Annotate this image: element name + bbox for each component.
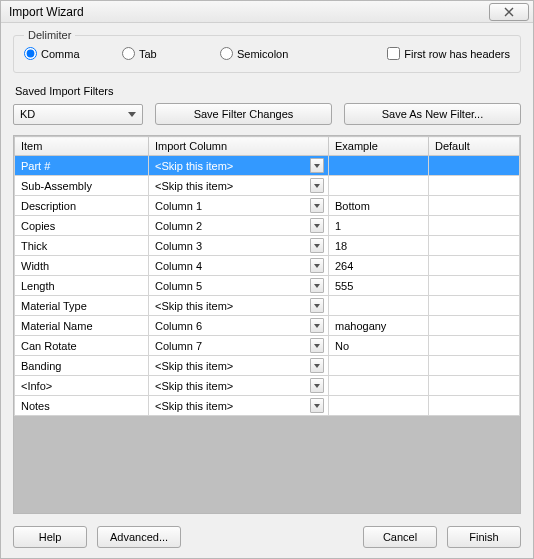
cell-default[interactable] — [429, 316, 520, 336]
cell-import-column[interactable]: <Skip this item> — [149, 296, 329, 316]
import-column-dropdown-button[interactable] — [310, 318, 324, 333]
table-row[interactable]: LengthColumn 5555 — [15, 276, 520, 296]
cell-example[interactable] — [329, 296, 429, 316]
checkbox-first-row-headers[interactable]: First row has headers — [387, 47, 510, 60]
cell-example[interactable]: No — [329, 336, 429, 356]
saved-filter-combo[interactable]: KD — [13, 104, 143, 125]
checkbox-first-row-headers-input[interactable] — [387, 47, 400, 60]
import-column-dropdown-button[interactable] — [310, 278, 324, 293]
cell-item[interactable]: Sub-Assembly — [15, 176, 149, 196]
col-header-item[interactable]: Item — [15, 137, 149, 156]
cell-default[interactable] — [429, 236, 520, 256]
table-row[interactable]: Material Type<Skip this item> — [15, 296, 520, 316]
cell-import-column[interactable]: <Skip this item> — [149, 176, 329, 196]
cell-default[interactable] — [429, 336, 520, 356]
cell-item[interactable]: <Info> — [15, 376, 149, 396]
cell-example[interactable] — [329, 356, 429, 376]
cell-default[interactable] — [429, 296, 520, 316]
finish-button[interactable]: Finish — [447, 526, 521, 548]
cell-import-column[interactable]: Column 6 — [149, 316, 329, 336]
cell-import-column[interactable]: Column 2 — [149, 216, 329, 236]
save-as-new-filter-button[interactable]: Save As New Filter... — [344, 103, 521, 125]
cell-default[interactable] — [429, 216, 520, 236]
import-column-dropdown-button[interactable] — [310, 178, 324, 193]
import-column-dropdown-button[interactable] — [310, 258, 324, 273]
import-column-dropdown-button[interactable] — [310, 218, 324, 233]
cell-example[interactable] — [329, 376, 429, 396]
cell-import-column[interactable]: Column 1 — [149, 196, 329, 216]
cell-item[interactable]: Length — [15, 276, 149, 296]
radio-semicolon[interactable]: Semicolon — [220, 47, 350, 60]
table-row[interactable]: Can RotateColumn 7No — [15, 336, 520, 356]
cell-item[interactable]: Description — [15, 196, 149, 216]
import-column-dropdown-button[interactable] — [310, 398, 324, 413]
col-header-example[interactable]: Example — [329, 137, 429, 156]
cell-import-column[interactable]: <Skip this item> — [149, 356, 329, 376]
close-button[interactable] — [489, 3, 529, 21]
cell-default[interactable] — [429, 176, 520, 196]
cell-default[interactable] — [429, 376, 520, 396]
radio-comma[interactable]: Comma — [24, 47, 114, 60]
cell-example[interactable]: 18 — [329, 236, 429, 256]
cell-example[interactable]: 1 — [329, 216, 429, 236]
cell-example[interactable] — [329, 176, 429, 196]
cell-import-column[interactable]: <Skip this item> — [149, 376, 329, 396]
table-row[interactable]: Banding<Skip this item> — [15, 356, 520, 376]
cell-import-column[interactable]: <Skip this item> — [149, 156, 329, 176]
cell-item[interactable]: Banding — [15, 356, 149, 376]
radio-comma-input[interactable] — [24, 47, 37, 60]
import-column-dropdown-button[interactable] — [310, 358, 324, 373]
table-row[interactable]: <Info><Skip this item> — [15, 376, 520, 396]
cell-default[interactable] — [429, 356, 520, 376]
col-header-import-column[interactable]: Import Column — [149, 137, 329, 156]
table-row[interactable]: Part #<Skip this item> — [15, 156, 520, 176]
import-wizard-window: Import Wizard Delimiter Comma Tab Semico… — [0, 0, 534, 559]
help-button[interactable]: Help — [13, 526, 87, 548]
import-column-dropdown-button[interactable] — [310, 158, 324, 173]
advanced-button[interactable]: Advanced... — [97, 526, 181, 548]
cell-import-column[interactable]: Column 3 — [149, 236, 329, 256]
cell-item[interactable]: Material Name — [15, 316, 149, 336]
cell-item[interactable]: Width — [15, 256, 149, 276]
radio-semicolon-input[interactable] — [220, 47, 233, 60]
cell-example[interactable]: 555 — [329, 276, 429, 296]
cell-default[interactable] — [429, 256, 520, 276]
table-row[interactable]: Notes<Skip this item> — [15, 396, 520, 416]
radio-tab-input[interactable] — [122, 47, 135, 60]
import-column-dropdown-button[interactable] — [310, 298, 324, 313]
cell-item[interactable]: Can Rotate — [15, 336, 149, 356]
cell-default[interactable] — [429, 156, 520, 176]
col-header-default[interactable]: Default — [429, 137, 520, 156]
cell-item[interactable]: Part # — [15, 156, 149, 176]
save-filter-changes-button[interactable]: Save Filter Changes — [155, 103, 332, 125]
import-column-dropdown-button[interactable] — [310, 198, 324, 213]
import-column-dropdown-button[interactable] — [310, 238, 324, 253]
cell-example[interactable]: Bottom — [329, 196, 429, 216]
cell-example[interactable] — [329, 396, 429, 416]
cell-example[interactable]: mahogany — [329, 316, 429, 336]
cell-default[interactable] — [429, 396, 520, 416]
table-row[interactable]: CopiesColumn 21 — [15, 216, 520, 236]
save-filter-changes-label: Save Filter Changes — [194, 108, 294, 120]
cell-item[interactable]: Thick — [15, 236, 149, 256]
table-row[interactable]: ThickColumn 318 — [15, 236, 520, 256]
table-row[interactable]: WidthColumn 4264 — [15, 256, 520, 276]
cell-item[interactable]: Material Type — [15, 296, 149, 316]
table-row[interactable]: DescriptionColumn 1Bottom — [15, 196, 520, 216]
cell-item[interactable]: Notes — [15, 396, 149, 416]
cell-default[interactable] — [429, 276, 520, 296]
radio-tab[interactable]: Tab — [122, 47, 212, 60]
import-column-dropdown-button[interactable] — [310, 338, 324, 353]
cell-example[interactable]: 264 — [329, 256, 429, 276]
cell-import-column[interactable]: Column 7 — [149, 336, 329, 356]
table-row[interactable]: Sub-Assembly<Skip this item> — [15, 176, 520, 196]
cancel-button[interactable]: Cancel — [363, 526, 437, 548]
cell-import-column[interactable]: <Skip this item> — [149, 396, 329, 416]
import-column-dropdown-button[interactable] — [310, 378, 324, 393]
cell-default[interactable] — [429, 196, 520, 216]
cell-item[interactable]: Copies — [15, 216, 149, 236]
cell-import-column[interactable]: Column 5 — [149, 276, 329, 296]
cell-example[interactable] — [329, 156, 429, 176]
table-row[interactable]: Material NameColumn 6mahogany — [15, 316, 520, 336]
cell-import-column[interactable]: Column 4 — [149, 256, 329, 276]
